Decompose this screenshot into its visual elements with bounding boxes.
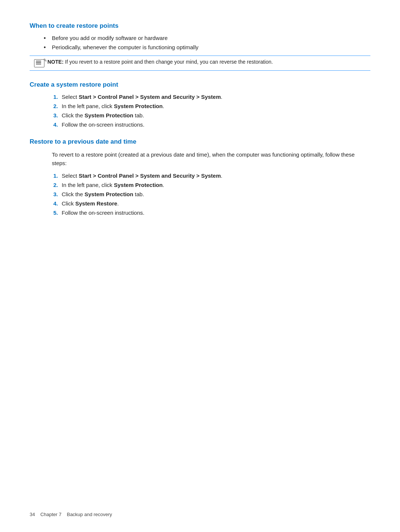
- section3-description: To revert to a restore point (created at…: [30, 151, 370, 167]
- s3-step3-bold: System Protection: [84, 191, 133, 197]
- s3-step-num-1: 1.: [53, 173, 58, 179]
- s3-step-num-5: 5.: [53, 210, 58, 216]
- s3-step4-bold: System Restore: [75, 200, 117, 207]
- section3-step-5: 5.Follow the on-screen instructions.: [52, 210, 370, 216]
- section3-steps-list: 1.Select Start > Control Panel > System …: [30, 173, 370, 216]
- step-num-1: 1.: [53, 94, 58, 100]
- section2-step-3: 3.Click the System Protection tab.: [52, 112, 370, 118]
- s3-step1-bold: Start > Control Panel > System and Secur…: [79, 173, 221, 179]
- note-content: NOTE:If you revert to a restore point an…: [47, 59, 273, 65]
- page-footer: 34 Chapter 7 Backup and recovery: [30, 512, 112, 517]
- bullet-item-2: Periodically, whenever the computer is f…: [52, 44, 370, 50]
- step1-text-before: Select: [62, 94, 79, 100]
- s3-step2-text-before: In the left pane, click: [62, 182, 114, 188]
- section3-step-4: 4.Click System Restore.: [52, 200, 370, 207]
- step2-text-after: .: [163, 103, 164, 109]
- s3-step2-text-after: .: [163, 182, 164, 188]
- footer-chapter: Chapter 7: [40, 512, 61, 517]
- step2-bold: System Protection: [114, 103, 163, 109]
- note-box: NOTE:If you revert to a restore point an…: [30, 56, 370, 71]
- note-label: NOTE:: [47, 59, 64, 65]
- step-num-3: 3.: [53, 112, 58, 118]
- s3-step4-text-after: .: [117, 200, 119, 207]
- note-icon: [34, 59, 44, 67]
- step3-text-after: tab.: [133, 112, 144, 118]
- s3-step3-text-after: tab.: [133, 191, 144, 197]
- section-restore-previous: Restore to a previous date and time To r…: [30, 138, 370, 216]
- page-number: 34: [30, 512, 35, 517]
- step1-text-after: .: [221, 94, 222, 100]
- step-num-4: 4.: [53, 121, 58, 128]
- section3-step-2: 2.In the left pane, click System Protect…: [52, 182, 370, 188]
- section2-step-1: 1.Select Start > Control Panel > System …: [52, 94, 370, 100]
- section2-heading: Create a system restore point: [30, 81, 370, 88]
- section3-heading: Restore to a previous date and time: [30, 138, 370, 145]
- section2-step-4: 4.Follow the on-screen instructions.: [52, 121, 370, 128]
- section-when-to-create: When to create restore points Before you…: [30, 22, 370, 71]
- step-num-2: 2.: [53, 103, 58, 109]
- bullet-item-1: Before you add or modify software or har…: [52, 35, 370, 41]
- s3-step1-text-before: Select: [62, 173, 79, 179]
- section1-bullet-list: Before you add or modify software or har…: [30, 35, 370, 50]
- footer-chapter-title: Backup and recovery: [67, 512, 112, 517]
- s3-step2-bold: System Protection: [114, 182, 163, 188]
- step1-bold: Start > Control Panel > System and Secur…: [79, 94, 221, 100]
- s3-step4-text-before: Click: [62, 200, 76, 207]
- note-text: If you revert to a restore point and the…: [65, 59, 273, 65]
- section1-heading: When to create restore points: [30, 22, 370, 30]
- s3-step1-text-after: .: [221, 173, 222, 179]
- section3-step-3: 3.Click the System Protection tab.: [52, 191, 370, 197]
- step3-text-before: Click the: [62, 112, 85, 118]
- step4-text: Follow the on-screen instructions.: [62, 121, 144, 128]
- section3-step-1: 1.Select Start > Control Panel > System …: [52, 173, 370, 179]
- step2-text-before: In the left pane, click: [62, 103, 114, 109]
- section2-steps-list: 1.Select Start > Control Panel > System …: [30, 94, 370, 128]
- s3-step-num-4: 4.: [53, 200, 58, 207]
- section2-step-2: 2.In the left pane, click System Protect…: [52, 103, 370, 109]
- s3-step-num-2: 2.: [53, 182, 58, 188]
- section-create-restore-point: Create a system restore point 1.Select S…: [30, 81, 370, 128]
- s3-step5-text: Follow the on-screen instructions.: [62, 210, 144, 216]
- step3-bold: System Protection: [84, 112, 133, 118]
- s3-step3-text-before: Click the: [62, 191, 85, 197]
- s3-step-num-3: 3.: [53, 191, 58, 197]
